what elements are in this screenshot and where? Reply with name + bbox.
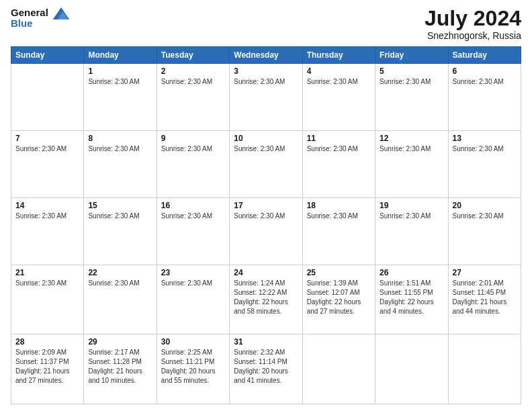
day-info: Sunrise: 1:39 AM Sunset: 12:07 AM Daylig… bbox=[307, 279, 371, 316]
day-number: 11 bbox=[307, 134, 371, 143]
day-number: 25 bbox=[307, 268, 371, 277]
calendar-cell: 6Sunrise: 2:30 AM bbox=[448, 64, 521, 131]
day-info: Sunrise: 2:30 AM bbox=[161, 279, 225, 288]
header: General Blue July 2024 Snezhnogorsk, Rus… bbox=[11, 7, 521, 41]
calendar-cell bbox=[11, 64, 84, 131]
calendar-cell: 3Sunrise: 2:30 AM bbox=[230, 64, 302, 131]
calendar-cell: 10Sunrise: 2:30 AM bbox=[230, 131, 302, 198]
title-block: July 2024 Snezhnogorsk, Russia bbox=[425, 7, 521, 41]
day-number: 2 bbox=[161, 66, 225, 76]
calendar-cell: 11Sunrise: 2:30 AM bbox=[302, 131, 375, 198]
calendar-cell: 17Sunrise: 2:30 AM bbox=[230, 197, 302, 265]
day-info: Sunrise: 2:30 AM bbox=[88, 279, 152, 288]
weekday-header-row: SundayMondayTuesdayWednesdayThursdayFrid… bbox=[11, 47, 521, 64]
calendar-cell: 24Sunrise: 1:24 AM Sunset: 12:22 AM Dayl… bbox=[230, 265, 302, 334]
day-number: 31 bbox=[234, 337, 298, 347]
day-info: Sunrise: 2:30 AM bbox=[161, 77, 225, 87]
day-number: 26 bbox=[380, 268, 443, 277]
calendar-cell: 13Sunrise: 2:30 AM bbox=[448, 131, 521, 198]
day-info: Sunrise: 2:30 AM bbox=[307, 144, 371, 154]
day-info: Sunrise: 2:25 AM Sunset: 11:21 PM Daylig… bbox=[161, 348, 225, 385]
calendar-cell: 12Sunrise: 2:30 AM bbox=[375, 131, 448, 198]
day-number: 6 bbox=[453, 66, 517, 76]
calendar-cell: 21Sunrise: 2:30 AM bbox=[11, 265, 84, 334]
calendar-cell: 15Sunrise: 2:30 AM bbox=[84, 197, 157, 265]
calendar-table: SundayMondayTuesdayWednesdayThursdayFrid… bbox=[11, 46, 521, 404]
calendar-cell: 22Sunrise: 2:30 AM bbox=[84, 265, 157, 334]
day-info: Sunrise: 2:30 AM bbox=[453, 144, 517, 154]
day-info: Sunrise: 2:30 AM bbox=[15, 212, 79, 221]
day-number: 17 bbox=[234, 201, 298, 210]
calendar-cell: 29Sunrise: 2:17 AM Sunset: 11:28 PM Dayl… bbox=[84, 334, 157, 404]
day-info: Sunrise: 2:30 AM bbox=[15, 144, 79, 154]
weekday-header-saturday: Saturday bbox=[448, 47, 521, 64]
week-row-4: 21Sunrise: 2:30 AM22Sunrise: 2:30 AM23Su… bbox=[11, 265, 521, 334]
calendar-cell: 25Sunrise: 1:39 AM Sunset: 12:07 AM Dayl… bbox=[302, 265, 375, 334]
calendar-cell: 30Sunrise: 2:25 AM Sunset: 11:21 PM Dayl… bbox=[157, 334, 229, 404]
calendar-cell: 31Sunrise: 2:32 AM Sunset: 11:14 PM Dayl… bbox=[230, 334, 302, 404]
day-number: 24 bbox=[234, 268, 298, 277]
calendar-cell bbox=[302, 334, 375, 404]
week-row-1: 1Sunrise: 2:30 AM2Sunrise: 2:30 AM3Sunri… bbox=[11, 64, 521, 131]
day-number: 13 bbox=[453, 134, 517, 143]
day-number: 14 bbox=[15, 201, 79, 210]
day-info: Sunrise: 2:30 AM bbox=[161, 144, 225, 154]
day-number: 19 bbox=[380, 201, 443, 210]
calendar-cell: 14Sunrise: 2:30 AM bbox=[11, 197, 84, 265]
weekday-header-tuesday: Tuesday bbox=[157, 47, 229, 64]
day-info: Sunrise: 2:30 AM bbox=[380, 212, 443, 221]
logo: General Blue bbox=[11, 7, 70, 30]
day-info: Sunrise: 2:30 AM bbox=[307, 212, 371, 221]
day-number: 16 bbox=[161, 201, 225, 210]
day-info: Sunrise: 2:30 AM bbox=[307, 77, 371, 87]
day-number: 27 bbox=[453, 268, 517, 277]
day-number: 29 bbox=[88, 337, 152, 347]
weekday-header-thursday: Thursday bbox=[302, 47, 375, 64]
calendar-cell bbox=[375, 334, 448, 404]
location: Snezhnogorsk, Russia bbox=[425, 30, 521, 41]
day-number: 1 bbox=[88, 66, 152, 76]
day-info: Sunrise: 1:24 AM Sunset: 12:22 AM Daylig… bbox=[234, 279, 298, 316]
week-row-3: 14Sunrise: 2:30 AM15Sunrise: 2:30 AM16Su… bbox=[11, 197, 521, 265]
day-number: 8 bbox=[88, 134, 152, 143]
day-number: 4 bbox=[307, 66, 371, 76]
day-number: 21 bbox=[15, 268, 79, 277]
day-info: Sunrise: 2:30 AM bbox=[161, 212, 225, 221]
day-info: Sunrise: 2:30 AM bbox=[453, 77, 517, 87]
day-number: 12 bbox=[380, 134, 443, 143]
calendar-cell: 1Sunrise: 2:30 AM bbox=[84, 64, 157, 131]
day-number: 3 bbox=[234, 66, 298, 76]
calendar-cell: 8Sunrise: 2:30 AM bbox=[84, 131, 157, 198]
day-number: 23 bbox=[161, 268, 225, 277]
logo-icon bbox=[52, 7, 70, 19]
calendar-cell: 2Sunrise: 2:30 AM bbox=[157, 64, 229, 131]
weekday-header-sunday: Sunday bbox=[11, 47, 84, 64]
day-number: 9 bbox=[161, 134, 225, 143]
calendar-cell: 4Sunrise: 2:30 AM bbox=[302, 64, 375, 131]
week-row-5: 28Sunrise: 2:09 AM Sunset: 11:37 PM Dayl… bbox=[11, 334, 521, 404]
calendar-cell: 26Sunrise: 1:51 AM Sunset: 11:55 PM Dayl… bbox=[375, 265, 448, 334]
day-number: 15 bbox=[88, 201, 152, 210]
calendar-cell bbox=[448, 334, 521, 404]
day-number: 28 bbox=[15, 337, 79, 347]
day-number: 5 bbox=[380, 66, 443, 76]
weekday-header-friday: Friday bbox=[375, 47, 448, 64]
day-number: 7 bbox=[15, 134, 79, 143]
day-number: 20 bbox=[453, 201, 517, 210]
day-info: Sunrise: 2:30 AM bbox=[453, 212, 517, 221]
day-info: Sunrise: 2:30 AM bbox=[234, 144, 298, 154]
week-row-2: 7Sunrise: 2:30 AM8Sunrise: 2:30 AM9Sunri… bbox=[11, 131, 521, 198]
day-info: Sunrise: 1:51 AM Sunset: 11:55 PM Daylig… bbox=[380, 279, 443, 316]
day-info: Sunrise: 2:32 AM Sunset: 11:14 PM Daylig… bbox=[234, 348, 298, 385]
day-info: Sunrise: 2:30 AM bbox=[380, 144, 443, 154]
day-info: Sunrise: 2:30 AM bbox=[15, 279, 79, 288]
calendar-cell: 28Sunrise: 2:09 AM Sunset: 11:37 PM Dayl… bbox=[11, 334, 84, 404]
day-info: Sunrise: 2:30 AM bbox=[234, 212, 298, 221]
calendar-cell: 23Sunrise: 2:30 AM bbox=[157, 265, 229, 334]
calendar-cell: 18Sunrise: 2:30 AM bbox=[302, 197, 375, 265]
day-number: 22 bbox=[88, 268, 152, 277]
calendar-cell: 16Sunrise: 2:30 AM bbox=[157, 197, 229, 265]
calendar-cell: 19Sunrise: 2:30 AM bbox=[375, 197, 448, 265]
day-info: Sunrise: 2:30 AM bbox=[88, 77, 152, 87]
weekday-header-monday: Monday bbox=[84, 47, 157, 64]
